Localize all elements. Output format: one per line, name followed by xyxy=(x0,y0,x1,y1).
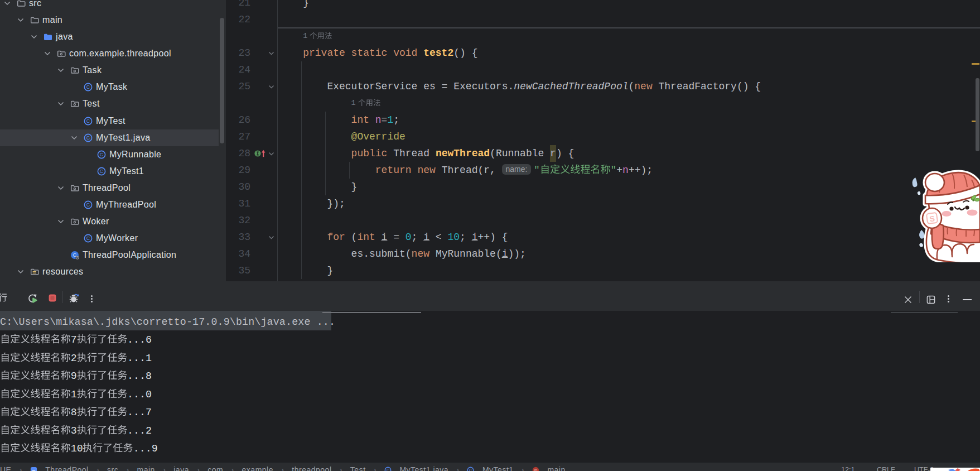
svg-text:C: C xyxy=(100,169,104,174)
svg-text:C: C xyxy=(86,84,90,90)
svg-text:C: C xyxy=(469,468,472,471)
svg-text:C: C xyxy=(86,235,90,241)
svg-text:C: C xyxy=(100,152,104,157)
svg-text:C: C xyxy=(387,468,389,471)
svg-text:C: C xyxy=(86,135,90,141)
svg-text:m: m xyxy=(534,468,538,471)
svg-text:C: C xyxy=(86,202,90,208)
svg-text:C: C xyxy=(86,118,90,124)
